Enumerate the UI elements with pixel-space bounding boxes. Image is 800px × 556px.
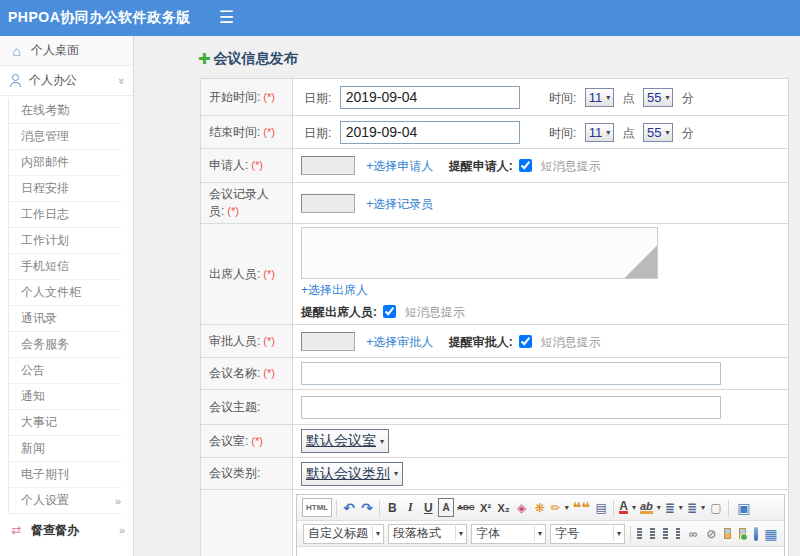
required-marker: (*) [251, 435, 263, 447]
align-justify-icon[interactable] [676, 528, 681, 539]
form-row-approver: 审批人员:(*) +选择审批人 提醒审批人: 短消息提示 [201, 325, 789, 358]
bold-icon[interactable]: B [384, 498, 400, 517]
sidebar-item-settings[interactable]: 个人设置 » [9, 488, 121, 514]
start-date-input[interactable] [340, 86, 520, 109]
sidebar-item-work-plan[interactable]: 工作计划 [9, 228, 121, 254]
sms-hint-label: 短消息提示 [540, 335, 600, 349]
italic-icon[interactable]: I [402, 498, 418, 517]
end-date-input[interactable] [340, 121, 520, 144]
sidebar-item-contacts[interactable]: 通讯录 [9, 306, 121, 332]
align-center-icon[interactable] [650, 528, 655, 539]
sidebar-item-events[interactable]: 大事记 [9, 410, 121, 436]
ordered-list-icon[interactable]: ≣▾ [664, 498, 684, 517]
toolbar-separator [728, 500, 729, 516]
redo-icon[interactable]: ↷ [359, 498, 375, 517]
font-color-icon[interactable]: A▾ [618, 498, 637, 517]
sidebar-item-file-cabinet[interactable]: 个人文件柜 [9, 280, 121, 306]
sidebar-item-sms[interactable]: 手机短信 [9, 254, 121, 280]
undo-icon[interactable]: ↶ [341, 498, 357, 517]
select-recorder-link[interactable]: +选择记录员 [366, 197, 433, 211]
superscript-icon[interactable]: X² [478, 498, 494, 517]
sidebar-item-work-log[interactable]: 工作日志 [9, 202, 121, 228]
required-marker: (*) [263, 268, 275, 280]
align-left-icon[interactable] [637, 528, 642, 539]
sidebar-item-schedule[interactable]: 日程安排 [9, 176, 121, 202]
hour-unit: 点 [623, 126, 635, 140]
editor-toolbar-row2: 自定义标题▾ 段落格式▾ 字体▾ 字号▾ ∞ ⊘ [297, 521, 784, 547]
meeting-name-input[interactable] [301, 362, 721, 385]
highlight-icon[interactable]: ab▾ [639, 498, 662, 517]
font-style-icon[interactable]: A [438, 498, 454, 517]
image-icon[interactable] [724, 528, 731, 539]
editor-content-area[interactable] [297, 547, 784, 556]
subscript-icon[interactable]: X₂ [496, 498, 512, 517]
font-size-combo[interactable]: 字号▾ [550, 524, 625, 544]
time-label: 时间: [549, 91, 576, 105]
sidebar-item-announcement[interactable]: 公告 [9, 358, 121, 384]
sidebar-item-label: 督查督办 [31, 522, 79, 539]
strikethrough-icon[interactable]: ABC [456, 498, 475, 517]
form-row-recorder: 会议记录人员:(*) +选择记录员 [201, 183, 789, 224]
start-minute-select[interactable]: 55▾ [643, 88, 673, 107]
paragraph-format-combo[interactable]: 段落格式▾ [388, 524, 467, 544]
select-approver-link[interactable]: +选择审批人 [366, 335, 433, 349]
media-icon[interactable] [754, 527, 758, 541]
html-source-button[interactable]: HTML [302, 498, 332, 517]
eraser-icon[interactable]: ◈ [514, 498, 530, 517]
unordered-list-icon[interactable]: ≣▾ [686, 498, 706, 517]
font-family-combo[interactable]: 字体▾ [471, 524, 546, 544]
sidebar-item-internal-mail[interactable]: 内部邮件 [9, 150, 121, 176]
toolbar-separator [379, 500, 380, 516]
end-hour-select[interactable]: 11▾ [585, 123, 615, 142]
sidebar-item-office[interactable]: 个人办公 » [0, 66, 133, 96]
sidebar-item-e-journal[interactable]: 电子期刊 [9, 462, 121, 488]
clean-format-icon[interactable]: ❋ [532, 498, 548, 517]
table-icon[interactable]: ▦ [763, 524, 779, 543]
recorder-input[interactable] [301, 194, 355, 213]
field-label: 会议类别: [209, 466, 260, 480]
underline-icon[interactable]: U [420, 498, 436, 517]
attendees-textarea[interactable] [301, 227, 658, 279]
field-label: 申请人: [209, 158, 248, 172]
sidebar-item-supervision[interactable]: ⇄ 督查督办 » [0, 515, 133, 545]
required-marker: (*) [263, 335, 275, 347]
sidebar-item-news[interactable]: 新闻 [9, 436, 121, 462]
new-page-icon[interactable]: ▢ [708, 498, 724, 517]
align-right-icon[interactable] [663, 528, 668, 539]
chevron-down-icon: ▾ [380, 437, 384, 446]
end-minute-select[interactable]: 55▾ [643, 123, 673, 142]
sidebar-item-desktop[interactable]: ⌂ 个人桌面 [0, 36, 133, 66]
image-upload-icon[interactable] [739, 528, 746, 539]
applicant-sms-checkbox[interactable] [519, 159, 532, 172]
select-applicant-link[interactable]: +选择申请人 [366, 159, 433, 173]
main-content: ✚ 会议信息发布 开始时间:(*) 日期: 时间: 11▾ 点 55▾ 分 结束… [135, 36, 800, 556]
sidebar-item-messages[interactable]: 消息管理 [9, 124, 121, 150]
sidebar-item-attendance[interactable]: 在线考勤 [9, 98, 121, 124]
form-row-meeting-room: 会议室:(*) 默认会议室▾ [201, 425, 789, 458]
applicant-input[interactable] [301, 156, 355, 175]
approver-sms-checkbox[interactable] [519, 335, 532, 348]
blockquote-icon[interactable]: ❝❝ [572, 498, 592, 517]
custom-title-combo[interactable]: 自定义标题▾ [303, 524, 384, 544]
sidebar-item-meeting-service[interactable]: 会务服务 [9, 332, 121, 358]
menu-icon[interactable]: ☰ [219, 0, 234, 36]
toolbar-separator [336, 500, 337, 516]
select-attendees-link[interactable]: +选择出席人 [301, 283, 368, 297]
app-title: PHPOA协同办公软件政务版 [0, 9, 191, 27]
meeting-topic-input[interactable] [301, 396, 721, 419]
sidebar-item-notice[interactable]: 通知 [9, 384, 121, 410]
approver-input[interactable] [301, 332, 355, 351]
format-painter-icon[interactable]: ✏▾ [550, 498, 570, 517]
required-marker: (*) [263, 91, 275, 103]
remind-applicant-label: 提醒申请人: [449, 159, 513, 173]
paste-icon[interactable]: ▤ [593, 498, 609, 517]
meeting-category-select[interactable]: 默认会议类别▾ [301, 462, 403, 486]
fullscreen-icon[interactable]: ▣ [736, 498, 752, 517]
meeting-room-select[interactable]: 默认会议室▾ [301, 429, 389, 453]
unlink-icon[interactable]: ⊘ [703, 524, 719, 543]
attendees-sms-checkbox[interactable] [383, 305, 396, 318]
link-icon[interactable]: ∞ [685, 524, 701, 543]
start-hour-select[interactable]: 11▾ [585, 88, 615, 107]
required-marker: (*) [263, 367, 275, 379]
chevron-down-icon: ▾ [632, 503, 636, 512]
